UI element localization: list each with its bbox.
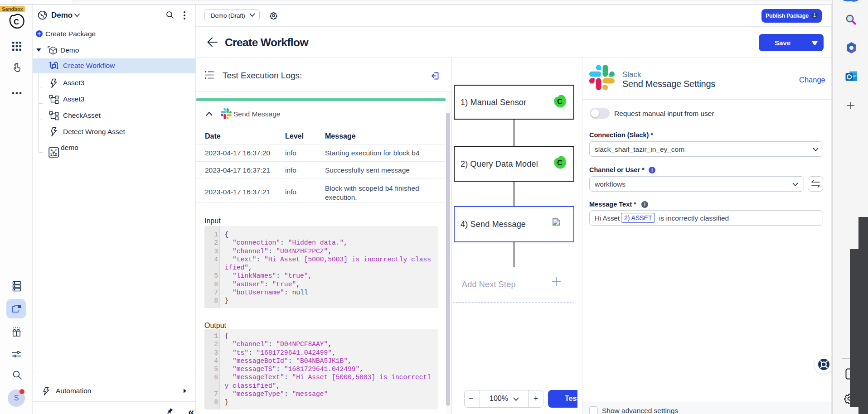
svg-text:C: C: [14, 18, 19, 26]
svg-text:C: C: [557, 98, 563, 106]
svg-text:C: C: [557, 159, 563, 167]
